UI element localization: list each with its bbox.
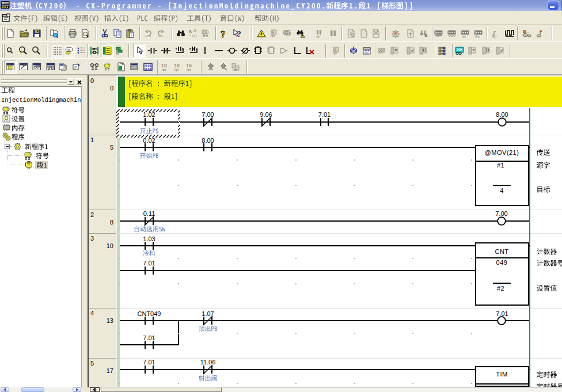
svg-text:0.02: 0.02 bbox=[145, 67, 151, 71]
svg-text:B: B bbox=[194, 34, 197, 38]
svg-text:HH: HH bbox=[457, 48, 462, 52]
svg-text:rgn: rgn bbox=[187, 68, 191, 71]
svg-text:rgn: rgn bbox=[492, 35, 496, 38]
svg-text:w: w bbox=[67, 48, 70, 51]
svg-text:rgn: rgn bbox=[174, 68, 179, 71]
svg-text:dup: dup bbox=[475, 35, 480, 38]
svg-text:rgn: rgn bbox=[316, 35, 320, 38]
svg-text:rgn: rgn bbox=[333, 51, 337, 55]
svg-text:rgn: rgn bbox=[462, 35, 466, 38]
svg-text:rgn: rgn bbox=[233, 68, 237, 71]
svg-text:?: ? bbox=[237, 29, 242, 39]
svg-text:?: ? bbox=[221, 29, 226, 38]
svg-text:A: A bbox=[189, 29, 192, 33]
svg-text:rgn: rgn bbox=[271, 34, 275, 37]
svg-text:rgn: rgn bbox=[162, 68, 166, 71]
